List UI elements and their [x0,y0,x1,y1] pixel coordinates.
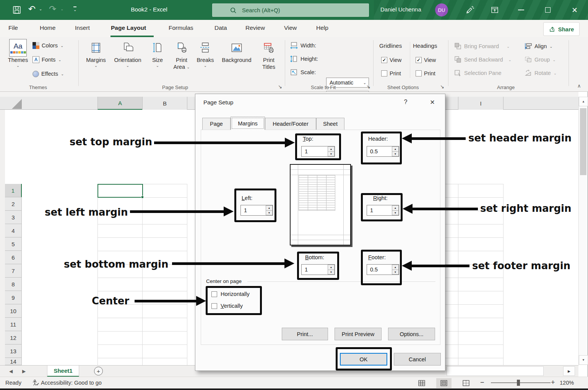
margins-button[interactable]: Margins ⌄ [84,39,108,68]
bring-forward-button[interactable]: Bring Forward ⌄ [454,42,510,51]
tab-view[interactable]: View [284,24,297,31]
send-backward-button[interactable]: Send Backward ⌄ [454,55,512,64]
horizontally-checkbox[interactable] [211,291,217,297]
search-input[interactable]: Search (Alt+Q) [212,3,369,17]
prev-sheet-button[interactable]: ◀ [9,369,13,374]
print-button[interactable]: Print... [282,328,328,340]
close-window-button[interactable]: ✕ [566,0,583,20]
rotate-button[interactable]: Rotate ⌄ [525,68,557,78]
scroll-right-button[interactable]: ▶ [563,366,575,376]
column-header-i[interactable]: I [458,97,504,110]
zoom-slider-thumb[interactable] [517,380,520,386]
footer-spin-down[interactable]: ▼ [392,270,399,275]
active-cell-a1[interactable] [97,184,143,198]
orientation-button[interactable]: Orientation ⌄ [110,39,145,68]
select-all-button[interactable] [12,99,22,109]
size-button[interactable]: Size ⌄ [149,39,166,68]
tab-help[interactable]: Help [316,24,328,31]
ok-button[interactable]: OK [340,353,387,366]
zoom-out-button[interactable]: − [480,379,484,387]
print-area-button[interactable]: Print Area ⌄ [171,39,193,70]
left-spin-up[interactable]: ▲ [266,205,273,210]
column-header-b[interactable]: B [142,97,187,110]
scroll-down-button[interactable]: ▼ [579,355,588,365]
vertical-scrollbar-thumb[interactable] [580,108,586,175]
row-header-7[interactable]: 7 [5,264,22,278]
dialog-tab-sheet[interactable]: Sheet [316,118,344,130]
normal-view-button[interactable] [414,378,429,388]
footer-spin-up[interactable]: ▲ [392,265,399,270]
add-sheet-button[interactable]: + [94,367,103,375]
tab-file[interactable]: File [8,24,18,31]
header-spin-up[interactable]: ▲ [392,146,399,151]
top-spin-down[interactable]: ▼ [328,151,335,157]
right-spin-up[interactable]: ▲ [392,205,399,210]
print-titles-button[interactable]: Print Titles [258,39,280,70]
row-header-12[interactable]: 12 [5,331,22,344]
header-margin-input[interactable]: 0.5 ▲ ▼ [367,146,399,157]
tab-insert[interactable]: Insert [75,24,90,31]
customize-qat-button[interactable]: ⌄ [73,6,76,12]
tab-data[interactable]: Data [214,24,227,31]
colors-button[interactable]: Colors ⌄ [32,41,63,50]
selection-pane-button[interactable]: Selection Pane [454,68,502,78]
row-header-10[interactable]: 10 [5,304,22,318]
maximize-button[interactable] [539,0,557,20]
align-button[interactable]: Align ⌄ [525,42,553,51]
sheet-options-dialog-launcher[interactable]: ↘ [440,84,444,89]
row-header-3[interactable]: 3 [5,211,22,224]
gridlines-print-checkbox[interactable]: Print [381,69,401,78]
fonts-button[interactable]: A Fonts ⌄ [32,55,62,64]
minimize-button[interactable] [512,0,530,20]
save-button[interactable] [12,5,21,16]
zoom-level[interactable]: 120% [560,380,574,386]
zoom-slider[interactable] [491,382,551,383]
breaks-button[interactable]: Breaks ⌄ [194,39,216,68]
group-button[interactable]: Group ⌄ [525,55,556,64]
row-header-9[interactable]: 9 [5,291,22,304]
row-header-11[interactable]: 11 [5,318,22,331]
redo-dropdown[interactable]: ⌄ [60,7,63,11]
bottom-spin-up[interactable]: ▲ [328,265,335,270]
left-margin-input[interactable]: 1 ▲ ▼ [240,205,273,216]
zoom-in-button[interactable]: + [551,379,555,387]
left-spin-down[interactable]: ▼ [266,210,273,216]
tab-review[interactable]: Review [245,24,265,31]
headings-view-checkbox[interactable]: ✓ View [416,55,436,65]
dialog-tab-header-footer[interactable]: Header/Footer [265,118,316,130]
effects-button[interactable]: Effects ⌄ [32,69,64,78]
header-spin-down[interactable]: ▼ [392,151,399,157]
background-button[interactable]: Background [218,39,255,63]
horizontal-scrollbar[interactable] [447,366,544,376]
options-button[interactable]: Options... [388,328,435,340]
top-spin-up[interactable]: ▲ [328,146,335,151]
tab-home[interactable]: Home [40,24,55,31]
share-button[interactable]: Share [543,22,580,36]
next-sheet-button[interactable]: ▶ [22,369,26,374]
print-preview-button[interactable]: Print Preview [335,328,382,340]
tab-formulas[interactable]: Formulas [169,24,193,31]
row-header-8[interactable]: 8 [5,278,22,291]
page-setup-dialog-launcher[interactable]: ↘ [278,84,282,89]
vertically-checkbox[interactable] [211,303,217,309]
dialog-help-button[interactable]: ? [400,97,411,107]
row-header-1[interactable]: 1 [5,184,22,197]
scale-dialog-launcher[interactable]: ↘ [366,84,370,89]
gridlines-view-checkbox[interactable]: ✓ View [381,55,401,65]
whats-new-button[interactable] [465,5,475,16]
dialog-tab-margins[interactable]: Margins [231,117,265,130]
vertical-scrollbar[interactable]: ▲ ▼ [578,97,588,365]
scroll-up-button[interactable]: ▲ [579,97,588,106]
row-header-5[interactable]: 5 [5,237,22,251]
right-spin-down[interactable]: ▼ [392,210,399,216]
row-header-13[interactable]: 13 [5,344,22,358]
cancel-button[interactable]: Cancel [394,353,441,366]
top-margin-input[interactable]: 1 ▲ ▼ [301,146,335,157]
headings-print-checkbox[interactable]: Print [416,69,435,78]
undo-button[interactable]: ↶ [28,4,36,14]
undo-dropdown[interactable]: ⌄ [39,7,42,11]
fill-handle[interactable] [141,196,144,198]
row-header-6[interactable]: 6 [5,251,22,264]
footer-margin-input[interactable]: 0.5 ▲ ▼ [367,264,399,275]
ribbon-display-options-button[interactable] [491,6,499,16]
